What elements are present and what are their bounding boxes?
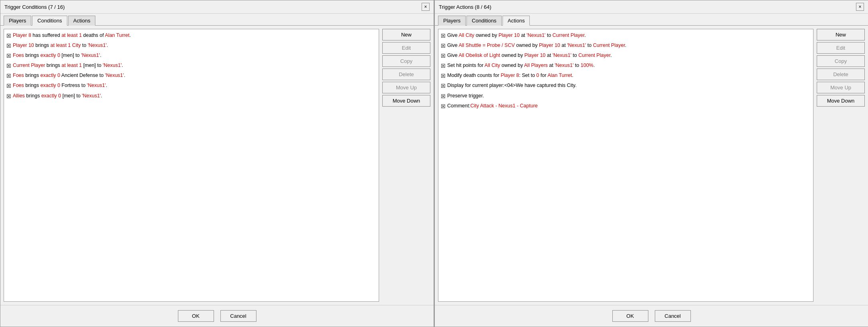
- item-text: Display for current player:<04>We have c…: [447, 81, 577, 90]
- left-footer: OK Cancel: [0, 305, 434, 327]
- list-item[interactable]: ☒Give All Obelisk of Light owned by Play…: [440, 51, 811, 61]
- left-tabs-bar: Players Conditions Actions: [0, 14, 434, 26]
- left-tab-actions[interactable]: Actions: [68, 16, 96, 26]
- list-item[interactable]: ☒Current Player brings at least 1 [men] …: [6, 61, 377, 71]
- checkbox-icon: ☒: [6, 82, 11, 91]
- checkbox-icon: ☒: [441, 102, 446, 111]
- checkbox-icon: ☒: [441, 92, 446, 101]
- action-button-move-down[interactable]: Move Down: [382, 95, 430, 107]
- list-item[interactable]: ☒Foes brings exactly 0 Ancient Defense t…: [6, 71, 377, 81]
- list-item[interactable]: ☒Set hit points for All City owned by Al…: [440, 61, 811, 71]
- list-item[interactable]: ☒Player 8 has suffered at least 1 deaths…: [6, 31, 377, 41]
- action-button-edit[interactable]: Edit: [382, 42, 430, 54]
- list-item[interactable]: ☒Foes brings exactly 0 Fortress to 'Nexu…: [6, 81, 377, 91]
- checkbox-icon: ☒: [6, 72, 11, 81]
- checkbox-icon: ☒: [441, 32, 446, 40]
- checkbox-icon: ☒: [6, 62, 11, 71]
- right-footer: OK Cancel: [435, 305, 868, 327]
- left-cancel-button[interactable]: Cancel: [220, 310, 256, 322]
- right-title-bar: Trigger Actions (8 / 64) ×: [435, 0, 868, 14]
- item-text: Give All City owned by Player 10 at 'Nex…: [447, 31, 586, 40]
- list-item[interactable]: ☒Display for current player:<04>We have …: [440, 81, 811, 91]
- item-text: Foes brings exactly 0 Ancient Defense to…: [13, 71, 125, 80]
- right-tab-players[interactable]: Players: [438, 16, 466, 26]
- left-list-area[interactable]: ☒Player 8 has suffered at least 1 deaths…: [4, 29, 379, 302]
- checkbox-icon: ☒: [441, 62, 446, 71]
- checkbox-icon: ☒: [6, 92, 11, 101]
- left-ok-button[interactable]: OK: [178, 310, 214, 322]
- checkbox-icon: ☒: [441, 72, 446, 81]
- left-dialog: Trigger Conditions (7 / 16) × Players Co…: [0, 0, 434, 327]
- right-tab-actions[interactable]: Actions: [503, 16, 530, 26]
- list-item[interactable]: ☒Give All Shuttle = Probe / SCV owned by…: [440, 41, 811, 51]
- action-button-new[interactable]: New: [817, 29, 865, 40]
- item-text: Preserve trigger.: [447, 92, 484, 100]
- right-tab-conditions[interactable]: Conditions: [466, 16, 501, 26]
- item-text: Foes brings exactly 0 [men] to 'Nexus1'.: [13, 51, 101, 60]
- item-text: Player 8 has suffered at least 1 deaths …: [13, 31, 131, 40]
- right-tabs-bar: Players Conditions Actions: [435, 14, 868, 26]
- item-text: Give All Shuttle = Probe / SCV owned by …: [447, 41, 626, 50]
- action-button-copy[interactable]: Copy: [382, 55, 430, 67]
- checkbox-icon: ☒: [6, 42, 11, 50]
- right-cancel-button[interactable]: Cancel: [655, 310, 691, 322]
- list-item[interactable]: ☒Modify death counts for Player 8: Set t…: [440, 71, 811, 81]
- action-button-new[interactable]: New: [382, 29, 430, 40]
- list-item[interactable]: ☒Allies brings exactly 0 [men] to 'Nexus…: [6, 91, 377, 101]
- left-buttons-col: NewEditCopyDeleteMove UpMove Down: [382, 29, 430, 302]
- item-text: Modify death counts for Player 8: Set to…: [447, 71, 573, 80]
- action-button-delete[interactable]: Delete: [817, 69, 865, 80]
- right-dialog: Trigger Actions (8 / 64) × Players Condi…: [434, 0, 868, 327]
- right-dialog-body: ☒Give All City owned by Player 10 at 'Ne…: [435, 26, 868, 305]
- item-text: Current Player brings at least 1 [men] t…: [13, 61, 123, 70]
- left-title-bar: Trigger Conditions (7 / 16) ×: [0, 0, 434, 14]
- item-text: Player 10 brings at least 1 City to 'Nex…: [13, 41, 108, 50]
- left-tab-players[interactable]: Players: [4, 16, 31, 26]
- list-item[interactable]: ☒Foes brings exactly 0 [men] to 'Nexus1'…: [6, 51, 377, 61]
- action-button-delete[interactable]: Delete: [382, 69, 430, 80]
- list-item[interactable]: ☒Comment:City Attack - Nexus1 - Capture: [440, 101, 811, 111]
- right-list-area[interactable]: ☒Give All City owned by Player 10 at 'Ne…: [438, 29, 813, 302]
- action-button-move-up[interactable]: Move Up: [817, 82, 865, 93]
- item-text: Give All Obelisk of Light owned by Playe…: [447, 51, 612, 60]
- action-button-move-down[interactable]: Move Down: [817, 95, 865, 107]
- checkbox-icon: ☒: [441, 42, 446, 50]
- item-text: Foes brings exactly 0 Fortress to 'Nexus…: [13, 81, 107, 90]
- left-close-button[interactable]: ×: [422, 3, 430, 11]
- action-button-edit[interactable]: Edit: [817, 42, 865, 54]
- checkbox-icon: ☒: [6, 52, 11, 61]
- left-dialog-body: ☒Player 8 has suffered at least 1 deaths…: [0, 26, 434, 305]
- item-text: Comment:City Attack - Nexus1 - Capture: [447, 102, 538, 110]
- item-text: Allies brings exactly 0 [men] to 'Nexus1…: [13, 92, 102, 100]
- list-item[interactable]: ☒Give All City owned by Player 10 at 'Ne…: [440, 31, 811, 41]
- action-button-copy[interactable]: Copy: [817, 55, 865, 67]
- left-dialog-title: Trigger Conditions (7 / 16): [4, 4, 65, 10]
- left-tab-conditions[interactable]: Conditions: [32, 16, 67, 26]
- item-text: Set hit points for All City owned by All…: [447, 61, 595, 70]
- right-dialog-title: Trigger Actions (8 / 64): [439, 4, 491, 10]
- list-item[interactable]: ☒Player 10 brings at least 1 City to 'Ne…: [6, 41, 377, 51]
- checkbox-icon: ☒: [441, 82, 446, 91]
- checkbox-icon: ☒: [441, 52, 446, 61]
- list-item[interactable]: ☒Preserve trigger.: [440, 91, 811, 101]
- checkbox-icon: ☒: [6, 32, 11, 40]
- right-close-button[interactable]: ×: [856, 3, 864, 11]
- right-ok-button[interactable]: OK: [612, 310, 648, 322]
- action-button-move-up[interactable]: Move Up: [382, 82, 430, 93]
- right-buttons-col: NewEditCopyDeleteMove UpMove Down: [817, 29, 865, 302]
